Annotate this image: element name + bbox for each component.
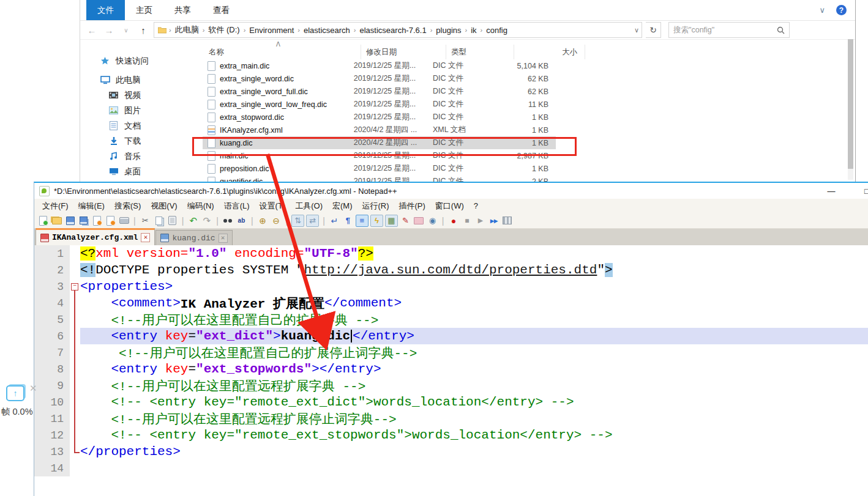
file-row[interactable]: extra_stopword.dic2019/12/25 星期...DIC 文件…	[203, 111, 556, 124]
stop-macro-icon[interactable]: ■	[461, 215, 473, 226]
fold-margin[interactable]: −	[70, 278, 80, 295]
column-header-name[interactable]: 名称	[203, 45, 361, 59]
word-wrap-icon[interactable]: ↵	[329, 215, 340, 226]
back-button[interactable]: ←	[85, 25, 99, 35]
refresh-button[interactable]: ↻	[646, 22, 661, 38]
breadcrumb-item[interactable]: elasticsearch-7.6.1	[358, 26, 428, 35]
title-bar[interactable]: *D:\Environment\elasticsearch\elasticsea…	[34, 183, 868, 199]
indent-guide-icon[interactable]: ≡	[356, 215, 369, 227]
preview-eye-icon[interactable]: ◉	[427, 215, 438, 226]
zoom-in-icon[interactable]: ⊕	[257, 215, 269, 226]
minimize-button[interactable]: —	[821, 183, 841, 199]
menu-item-[interactable]: ?	[470, 200, 482, 212]
column-header-size[interactable]: 大小	[514, 45, 585, 59]
menu-item-编辑E[interactable]: 编辑(E)	[74, 199, 109, 213]
close-all-icon[interactable]	[105, 215, 116, 226]
breadcrumb-item[interactable]: elasticsearch	[302, 26, 352, 35]
file-row[interactable]: preposition.dic2019/12/25 星期...DIC 文件1 K…	[203, 162, 556, 175]
sidebar-item-视频[interactable]: 视频	[80, 87, 203, 103]
file-row[interactable]: extra_single_word_low_freq.dic2019/12/25…	[203, 98, 556, 111]
function-list-icon[interactable]: ϟ	[370, 215, 383, 227]
menu-item-工具O[interactable]: 工具(O)	[291, 199, 327, 213]
paste-icon[interactable]	[166, 215, 178, 226]
tab-close-icon[interactable]: ✕	[219, 234, 228, 243]
menu-item-视图V[interactable]: 视图(V)	[146, 199, 181, 213]
breadcrumb-item[interactable]: 此电脑	[173, 24, 201, 35]
sidebar-item-图片[interactable]: 图片	[80, 103, 203, 118]
new-file-icon[interactable]	[37, 215, 49, 226]
sidebar-item-下载[interactable]: 下载	[80, 133, 203, 149]
menu-item-运行R[interactable]: 运行(R)	[357, 199, 393, 213]
document-tab-kuang.dic[interactable]: kuang.dic✕	[155, 230, 232, 245]
document-map-icon[interactable]: ▦	[385, 215, 398, 227]
cut-icon[interactable]: ✂	[140, 215, 151, 226]
ribbon-tab-文件[interactable]: 文件	[86, 0, 125, 20]
print-icon[interactable]	[118, 215, 130, 226]
menu-item-语言L[interactable]: 语言(L)	[220, 199, 254, 213]
menu-item-窗口W[interactable]: 窗口(W)	[431, 199, 468, 213]
run-multi-icon[interactable]: ▸▸	[488, 215, 499, 226]
breadcrumb-item[interactable]: config	[484, 26, 509, 35]
file-row[interactable]: IKAnalyzer.cfg.xml2020/4/2 星期四 ...XML 文档…	[203, 124, 556, 136]
open-file-icon[interactable]	[51, 215, 62, 226]
sync-vertical-icon[interactable]: ⇅	[291, 215, 304, 227]
file-row[interactable]: extra_single_word.dic2019/12/25 星期...DIC…	[203, 72, 556, 85]
forward-button[interactable]: →	[102, 25, 116, 35]
replace-icon[interactable]: ab	[236, 215, 247, 226]
sidebar-item-音乐[interactable]: 音乐	[80, 149, 203, 164]
ribbon-tab-共享[interactable]: 共享	[163, 0, 202, 20]
menu-item-插件P[interactable]: 插件(P)	[395, 199, 430, 213]
recent-locations-chevron-icon[interactable]: ∨	[119, 27, 133, 34]
breadcrumb-item[interactable]: plugins	[434, 26, 463, 35]
redo-icon[interactable]: ↷	[201, 215, 212, 226]
close-icon[interactable]	[91, 215, 103, 226]
recorder-close-icon[interactable]: ✕	[29, 383, 37, 394]
menu-item-编码N[interactable]: 编码(N)	[183, 199, 219, 213]
explorer-scrollbar[interactable]	[848, 39, 853, 180]
sidebar-item-快速访问[interactable]: 快速访问	[80, 53, 203, 68]
sync-horizontal-icon[interactable]: ⇄	[306, 215, 319, 227]
search-box[interactable]: 搜索"config"	[668, 22, 790, 38]
save-icon[interactable]	[64, 215, 76, 226]
column-header-type[interactable]: 类型	[446, 45, 514, 59]
address-bar[interactable]: › 此电脑›软件 (D:)›Environment›elasticsearch›…	[154, 22, 642, 38]
breadcrumb-item[interactable]: 软件 (D:)	[206, 24, 241, 35]
ribbon-tab-查看[interactable]: 查看	[202, 0, 241, 20]
ribbon-tab-主页[interactable]: 主页	[125, 0, 163, 20]
menu-item-宏M[interactable]: 宏(M)	[328, 199, 357, 213]
play-macro-icon[interactable]: ▶	[474, 215, 486, 226]
address-dropdown-chevron-icon[interactable]: ∨	[634, 26, 639, 34]
menu-item-文件F[interactable]: 文件(F)	[38, 199, 73, 213]
scrollbar-thumb[interactable]	[848, 39, 853, 169]
sidebar-item-桌面[interactable]: 桌面	[80, 164, 203, 179]
record-macro-icon[interactable]: ●	[447, 215, 459, 226]
help-icon[interactable]: ?	[836, 5, 847, 15]
file-row[interactable]: extra_main.dic2019/12/25 星期...DIC 文件5,10…	[203, 59, 556, 72]
find-icon[interactable]	[222, 215, 234, 226]
file-row[interactable]: quantifier.dic2019/12/25 星期...DIC 文件2 KB	[203, 175, 556, 182]
show-all-chars-icon[interactable]: ¶	[342, 215, 354, 226]
menu-item-设置T[interactable]: 设置(T)	[255, 199, 290, 213]
code-text: </properties>	[80, 443, 868, 460]
zoom-out-icon[interactable]: ⊖	[271, 215, 282, 226]
breadcrumb-item[interactable]: Environment	[247, 26, 296, 35]
maximize-button[interactable]: □	[857, 183, 868, 199]
undo-icon[interactable]: ↶	[187, 215, 199, 226]
copy-icon[interactable]	[153, 215, 165, 226]
tab-close-icon[interactable]: ✕	[141, 233, 150, 242]
column-header-date[interactable]: 修改日期	[361, 45, 446, 59]
breadcrumb-item[interactable]: ik	[469, 26, 478, 35]
edit-doc-icon[interactable]: ✎	[400, 215, 411, 226]
sidebar-item-此电脑[interactable]: 此电脑	[80, 72, 203, 87]
up-button[interactable]: ↑	[137, 25, 150, 35]
text-editor[interactable]: 1<?xml version="1.0" encoding="UTF-8"?>2…	[34, 245, 868, 496]
recorder-icon[interactable]: ↑	[6, 385, 24, 401]
menu-item-搜索S[interactable]: 搜索(S)	[110, 199, 145, 213]
save-all-icon[interactable]	[78, 215, 89, 226]
folder-workspace-icon[interactable]	[413, 215, 425, 226]
file-row[interactable]: extra_single_word_full.dic2019/12/25 星期.…	[203, 85, 556, 98]
document-tab-IKAnalyzer.cfg.xml[interactable]: IKAnalyzer.cfg.xml✕	[36, 228, 155, 245]
save-macro-icon[interactable]	[501, 215, 513, 226]
ribbon-collapse-chevron-icon[interactable]: ∨	[819, 6, 825, 15]
sidebar-item-文档[interactable]: 文档	[80, 118, 203, 133]
